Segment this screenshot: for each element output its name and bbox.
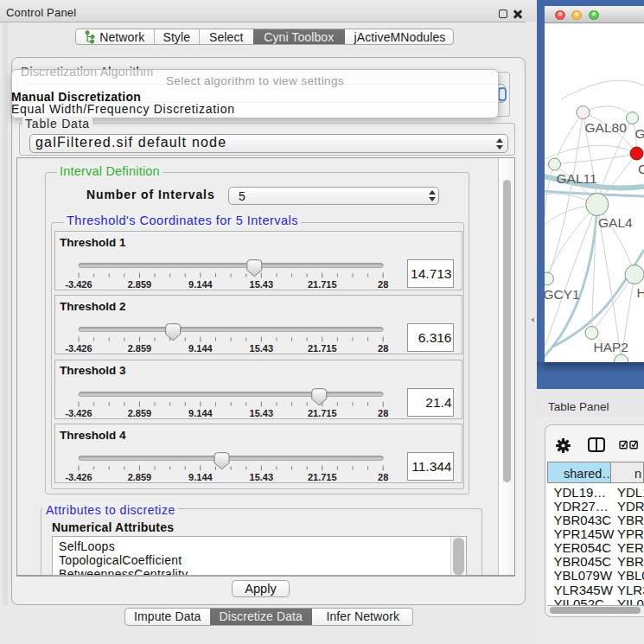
svg-text:28: 28 xyxy=(378,472,388,482)
svg-text:15.43: 15.43 xyxy=(250,279,274,290)
svg-text:HAP2: HAP2 xyxy=(594,340,629,354)
svg-text:2.859: 2.859 xyxy=(128,408,152,418)
svg-text:GA: GA xyxy=(635,126,644,141)
svg-text:GAL4: GAL4 xyxy=(598,215,633,230)
svg-text:GAL11: GAL11 xyxy=(557,171,597,186)
svg-text:15.43: 15.43 xyxy=(250,343,274,354)
svg-text:GCY1: GCY1 xyxy=(545,287,580,302)
svg-text:-3.426: -3.426 xyxy=(65,472,92,482)
svg-text:2.859: 2.859 xyxy=(128,279,152,290)
svg-text:H: H xyxy=(637,285,644,300)
svg-text:GAL80: GAL80 xyxy=(585,120,628,135)
svg-text:-3.426: -3.426 xyxy=(65,408,92,418)
svg-text:9.144: 9.144 xyxy=(188,343,213,354)
svg-text:21.715: 21.715 xyxy=(308,472,337,482)
svg-text:21.715: 21.715 xyxy=(308,279,337,290)
svg-text:2.859: 2.859 xyxy=(128,472,152,482)
svg-text:21.715: 21.715 xyxy=(308,343,337,354)
svg-text:2.859: 2.859 xyxy=(128,343,152,354)
svg-text:15.43: 15.43 xyxy=(250,408,274,418)
svg-text:-3.426: -3.426 xyxy=(65,343,92,354)
svg-text:15.43: 15.43 xyxy=(250,472,274,482)
svg-text:C: C xyxy=(638,162,644,176)
svg-text:-3.426: -3.426 xyxy=(65,279,92,290)
svg-text:28: 28 xyxy=(378,279,388,290)
svg-text:28: 28 xyxy=(378,343,388,354)
svg-text:21.715: 21.715 xyxy=(308,408,337,418)
svg-text:9.144: 9.144 xyxy=(188,472,213,482)
svg-text:9.144: 9.144 xyxy=(188,279,213,290)
svg-text:28: 28 xyxy=(378,408,388,418)
svg-text:9.144: 9.144 xyxy=(188,408,213,418)
